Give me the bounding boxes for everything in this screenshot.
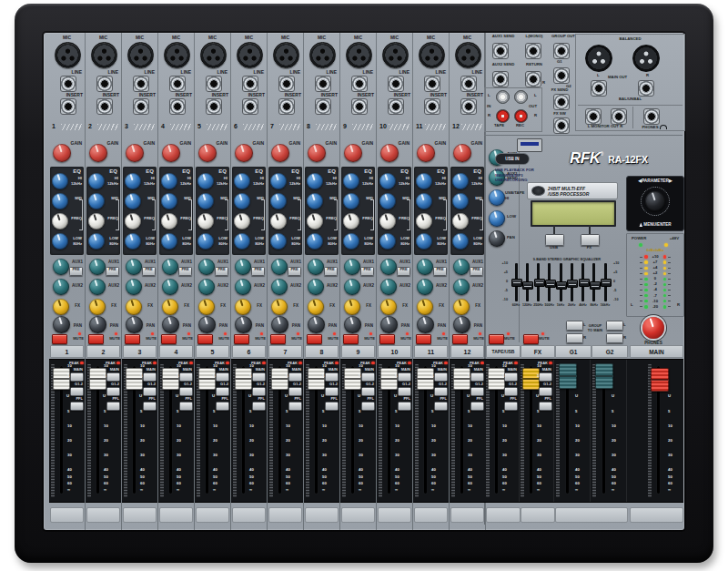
aux1-knob[interactable] [308, 259, 324, 275]
pre-button[interactable]: PRE [324, 267, 338, 276]
main-assign-button[interactable] [434, 372, 448, 382]
group-assign-button[interactable] [288, 387, 302, 396]
gain-knob[interactable] [126, 144, 144, 162]
eq-mid-knob[interactable] [125, 193, 141, 209]
eq-hi-knob[interactable] [125, 173, 141, 189]
group-assign-button[interactable] [252, 387, 266, 396]
group-assign-button[interactable] [539, 387, 552, 396]
main-assign-button[interactable] [398, 372, 411, 382]
pre-button[interactable]: PRE [433, 267, 447, 276]
mute-button[interactable] [379, 334, 395, 344]
g2-fader[interactable] [595, 363, 613, 389]
geq-slider[interactable] [590, 281, 601, 290]
aux1-knob[interactable] [198, 259, 215, 275]
aux1-knob[interactable] [162, 259, 178, 275]
channel-fader[interactable] [162, 368, 179, 390]
eq-low-knob[interactable] [88, 233, 105, 250]
eq-low-knob[interactable] [270, 233, 287, 250]
g1-to-main-r-button[interactable] [566, 333, 583, 343]
fx-knob[interactable] [126, 299, 142, 315]
parameter-knob[interactable] [645, 191, 665, 211]
aux1-knob[interactable] [380, 259, 397, 275]
pan-knob[interactable] [453, 316, 470, 333]
pre-button[interactable]: PRE [360, 267, 374, 276]
eq-mid-knob[interactable] [379, 193, 396, 209]
pan-knob[interactable] [344, 316, 361, 333]
eq-mid-knob[interactable] [452, 193, 469, 209]
fx-fader[interactable] [522, 368, 540, 390]
pfl-button[interactable] [539, 402, 552, 411]
eq-hi-knob[interactable] [379, 173, 396, 189]
pfl-button[interactable] [361, 402, 375, 411]
tape-usb-mute-button[interactable] [489, 334, 504, 344]
g1-to-main-l-button[interactable] [566, 321, 583, 331]
pan-knob[interactable] [89, 316, 106, 333]
main-fader[interactable] [651, 368, 669, 392]
eq-hi-knob[interactable] [161, 173, 177, 189]
group-assign-button[interactable] [179, 387, 193, 396]
pan-knob[interactable] [417, 316, 434, 333]
group-assign-button[interactable] [70, 387, 84, 396]
aux1-knob[interactable] [271, 259, 288, 275]
channel-fader[interactable] [271, 368, 288, 390]
tape-pan-knob[interactable] [489, 230, 505, 247]
eq-hi-knob[interactable] [197, 173, 214, 189]
gain-knob[interactable] [344, 144, 362, 162]
aux1-knob[interactable] [417, 259, 433, 275]
aux1-knob[interactable] [344, 259, 360, 275]
group-assign-button[interactable] [361, 387, 375, 396]
gain-knob[interactable] [162, 144, 180, 162]
eq-freq-knob[interactable] [52, 213, 68, 229]
pre-button[interactable]: PRE [397, 267, 410, 276]
channel-fader[interactable] [344, 368, 361, 390]
aux2-knob[interactable] [126, 279, 142, 295]
fx-mute-button[interactable] [523, 334, 539, 344]
fx-knob[interactable] [453, 299, 470, 315]
eq-freq-knob[interactable] [88, 213, 105, 229]
aux2-knob[interactable] [380, 279, 397, 295]
eq-mid-knob[interactable] [343, 193, 359, 209]
main-assign-button[interactable] [325, 372, 339, 382]
channel-fader[interactable] [417, 368, 434, 390]
geq-slider[interactable] [534, 279, 545, 287]
aux2-knob[interactable] [53, 279, 69, 295]
geq-slider[interactable] [556, 281, 567, 290]
aux2-knob[interactable] [198, 279, 215, 295]
geq-slider[interactable] [545, 280, 556, 288]
eq-hi-knob[interactable] [307, 173, 323, 189]
fx-knob[interactable] [235, 299, 251, 315]
gain-knob[interactable] [271, 144, 289, 162]
fx-knob[interactable] [53, 299, 69, 315]
geq-slider[interactable] [522, 281, 533, 290]
pan-knob[interactable] [53, 316, 70, 333]
eq-mid-knob[interactable] [270, 193, 287, 209]
eq-low-knob[interactable] [452, 233, 469, 250]
gain-knob[interactable] [453, 144, 471, 162]
geq-slider[interactable] [601, 279, 612, 287]
pfl-button[interactable] [325, 402, 339, 411]
eq-low-knob[interactable] [197, 233, 214, 250]
mute-button[interactable] [88, 334, 104, 344]
group-assign-button[interactable] [106, 387, 120, 396]
main-assign-button[interactable] [106, 372, 120, 382]
eq-hi-knob[interactable] [270, 173, 287, 189]
pfl-button[interactable] [179, 402, 193, 411]
tape-usb-fader[interactable] [488, 368, 505, 390]
pre-button[interactable]: PRE [142, 267, 156, 276]
pan-knob[interactable] [380, 316, 398, 333]
eq-low-knob[interactable] [234, 233, 250, 250]
gain-knob[interactable] [235, 144, 253, 162]
eq-low-knob[interactable] [307, 233, 323, 250]
gain-knob[interactable] [308, 144, 326, 162]
aux1-knob[interactable] [53, 259, 69, 275]
fx-knob[interactable] [271, 299, 288, 315]
aux2-knob[interactable] [308, 279, 324, 295]
channel-fader[interactable] [198, 368, 216, 390]
pre-button[interactable]: PRE [106, 267, 119, 276]
pre-button[interactable]: PRE [251, 267, 265, 276]
eq-mid-knob[interactable] [88, 193, 105, 209]
geq-slider[interactable] [567, 280, 578, 288]
eq-mid-knob[interactable] [52, 193, 68, 209]
eq-hi-knob[interactable] [343, 173, 359, 189]
main-assign-button[interactable] [470, 372, 484, 382]
